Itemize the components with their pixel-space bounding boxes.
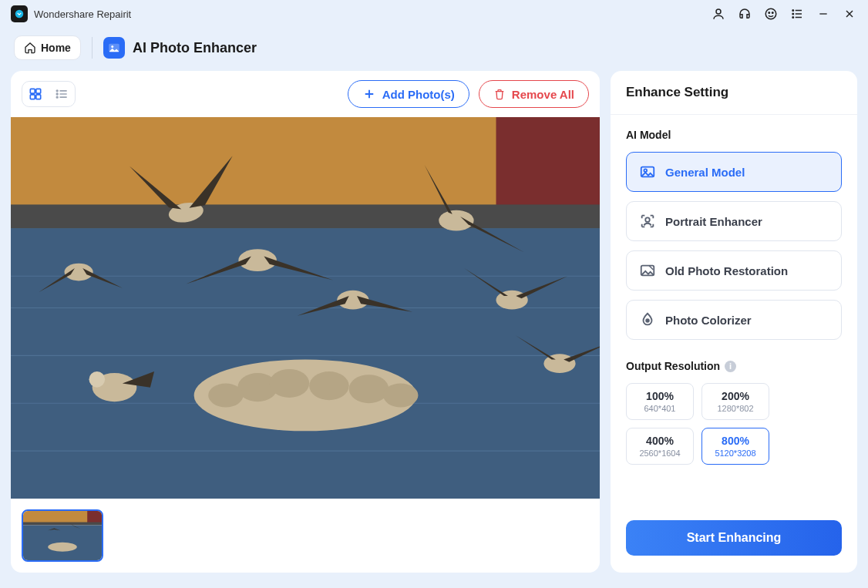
- left-toolbar-actions: Add Photo(s) Remove All: [348, 80, 589, 108]
- svg-rect-30: [11, 204, 600, 228]
- svg-point-39: [270, 369, 310, 398]
- grid-view-button[interactable]: [22, 82, 49, 106]
- app-title: Wondershare Repairit: [34, 8, 131, 20]
- home-label: Home: [41, 42, 71, 54]
- svg-point-24: [56, 96, 58, 98]
- res-dim: 1280*802: [705, 404, 765, 413]
- model-old-photo[interactable]: Old Photo Restoration: [626, 250, 842, 291]
- res-pct: 100%: [630, 390, 690, 402]
- svg-point-60: [645, 217, 650, 222]
- model-portrait[interactable]: Portrait Enhancer: [626, 201, 842, 241]
- svg-rect-55: [23, 522, 102, 526]
- res-200[interactable]: 200% 1280*802: [701, 383, 769, 420]
- minimize-icon[interactable]: [816, 6, 831, 22]
- svg-point-59: [644, 169, 647, 172]
- svg-point-49: [439, 210, 473, 231]
- output-res-label: Output Resolution i: [626, 360, 842, 372]
- svg-point-57: [48, 543, 77, 552]
- svg-point-0: [15, 10, 24, 18]
- res-pct: 400%: [630, 435, 690, 447]
- panel-title: Enhance Setting: [626, 85, 842, 100]
- right-panel: Enhance Setting AI Model General Model P…: [611, 71, 857, 573]
- model-general[interactable]: General Model: [626, 152, 842, 192]
- module-title-wrap: AI Photo Enhancer: [103, 37, 257, 59]
- res-100[interactable]: 100% 640*401: [626, 383, 694, 420]
- module-title: AI Photo Enhancer: [133, 40, 257, 56]
- svg-point-9: [792, 17, 794, 18]
- remove-all-label: Remove All: [512, 88, 574, 101]
- colorize-icon: [639, 311, 656, 328]
- res-pct: 800%: [705, 435, 765, 447]
- model-label: Portrait Enhancer: [665, 215, 762, 228]
- portrait-icon: [639, 213, 656, 230]
- res-pct: 200%: [705, 390, 765, 402]
- svg-point-3: [769, 12, 770, 14]
- ai-model-label: AI Model: [626, 129, 842, 141]
- panel-header: Enhance Setting: [611, 71, 857, 115]
- svg-rect-17: [36, 89, 41, 93]
- thumbnail-item[interactable]: [22, 509, 103, 562]
- app-logo-icon: [11, 5, 28, 22]
- left-panel: Add Photo(s) Remove All: [11, 71, 600, 573]
- svg-point-45: [89, 371, 106, 388]
- res-dim: 640*401: [630, 404, 690, 413]
- module-icon: [103, 37, 125, 59]
- title-bar: Wondershare Repairit: [0, 0, 868, 28]
- svg-point-43: [383, 383, 418, 407]
- remove-all-button[interactable]: Remove All: [479, 80, 589, 108]
- resolution-grid: 100% 640*401 200% 1280*802 400% 2560*160…: [626, 383, 842, 465]
- image-icon: [639, 163, 656, 180]
- module-bar: Home AI Photo Enhancer: [0, 28, 868, 71]
- res-400[interactable]: 400% 2560*1604: [626, 428, 694, 465]
- add-photos-button[interactable]: Add Photo(s): [348, 80, 469, 108]
- res-dim: 2560*1604: [630, 449, 690, 458]
- add-photos-label: Add Photo(s): [382, 88, 455, 101]
- image-area: [11, 117, 600, 573]
- home-button[interactable]: Home: [14, 35, 81, 60]
- title-bar-left: Wondershare Repairit: [11, 5, 131, 22]
- account-icon[interactable]: [711, 6, 726, 22]
- svg-point-5: [792, 10, 794, 12]
- title-bar-right: [711, 6, 857, 22]
- svg-rect-19: [36, 95, 41, 99]
- model-colorizer[interactable]: Photo Colorizer: [626, 300, 842, 340]
- svg-point-7: [792, 13, 794, 15]
- view-toggle: [22, 81, 76, 107]
- panel-footer: Start Enhancing: [611, 506, 857, 573]
- close-icon[interactable]: [842, 6, 857, 22]
- menu-icon[interactable]: [789, 6, 805, 22]
- main: Add Photo(s) Remove All: [0, 71, 868, 583]
- svg-point-40: [309, 371, 349, 400]
- list-view-button[interactable]: [49, 82, 75, 106]
- svg-rect-16: [30, 89, 35, 93]
- start-enhancing-button[interactable]: Start Enhancing: [626, 520, 842, 556]
- main-image-preview[interactable]: [11, 117, 600, 499]
- svg-point-42: [208, 383, 243, 407]
- info-icon[interactable]: i: [725, 361, 736, 372]
- model-list: General Model Portrait Enhancer Old Phot…: [626, 152, 842, 340]
- restore-icon: [639, 262, 656, 279]
- feedback-icon[interactable]: [763, 6, 779, 22]
- res-800[interactable]: 800% 5120*3208: [701, 428, 769, 465]
- svg-point-15: [111, 45, 113, 48]
- left-toolbar: Add Photo(s) Remove All: [11, 71, 600, 117]
- model-label: Old Photo Restoration: [665, 264, 788, 277]
- svg-point-22: [56, 93, 58, 95]
- thumbnail-strip: [11, 499, 600, 573]
- svg-rect-29: [496, 117, 601, 213]
- svg-point-41: [349, 375, 389, 403]
- svg-rect-18: [30, 95, 35, 99]
- model-label: General Model: [665, 166, 745, 179]
- svg-point-4: [772, 12, 774, 14]
- svg-point-2: [765, 8, 776, 19]
- support-icon[interactable]: [737, 6, 752, 22]
- svg-point-62: [646, 319, 649, 322]
- svg-point-20: [56, 90, 58, 92]
- divider: [92, 37, 93, 59]
- res-dim: 5120*3208: [705, 449, 765, 458]
- svg-point-1: [716, 9, 721, 14]
- model-label: Photo Colorizer: [665, 314, 752, 327]
- panel-body: AI Model General Model Portrait Enhancer…: [611, 115, 857, 506]
- svg-rect-54: [87, 511, 102, 523]
